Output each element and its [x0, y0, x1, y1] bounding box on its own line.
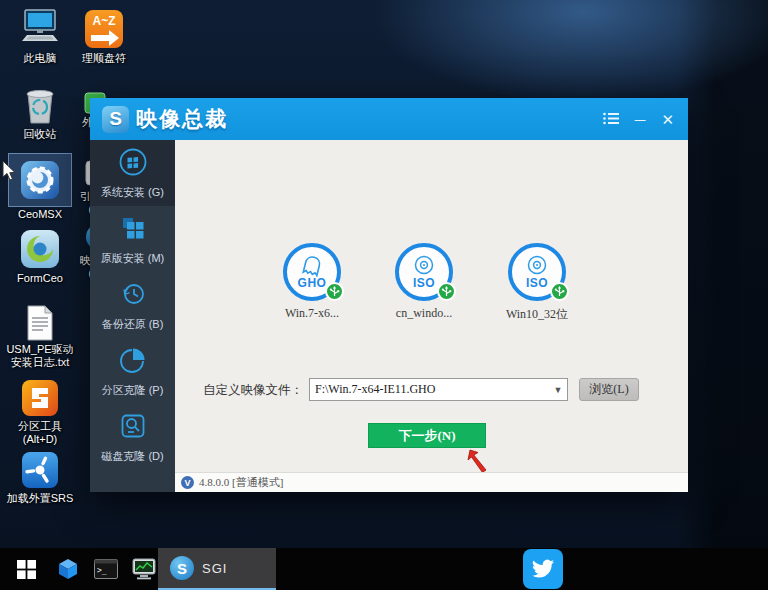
- iso-image-icon: ISO: [508, 243, 566, 301]
- taskbar-twitter[interactable]: [523, 549, 563, 589]
- image-path-value: F:\Win.7-x64-IE11.GHO: [310, 382, 549, 397]
- original-install-icon: [118, 213, 148, 247]
- desktop-icon-partition-tool[interactable]: 分区工具 (Alt+D): [4, 378, 76, 446]
- image-item-iso-1[interactable]: ISO cn_windo...: [378, 243, 470, 321]
- sidebar-item-label: 备份还原 (B): [102, 317, 164, 332]
- usb-badge-icon: [437, 282, 456, 301]
- next-step-button[interactable]: 下一步(N): [368, 423, 486, 448]
- desktop-icon-order-drives[interactable]: A~Z 理顺盘符: [68, 8, 140, 65]
- desktop-icon-load-srs[interactable]: 加载外置SRS: [4, 450, 76, 505]
- partition-clone-icon: [118, 345, 148, 379]
- sidebar-item-system-install[interactable]: 系统安装 (G): [90, 140, 175, 206]
- twitter-bird-icon: [531, 559, 555, 579]
- desktop-icon-label: 此电脑: [4, 52, 76, 65]
- desktop: 此电脑 回收站 CeoMSX: [0, 0, 768, 590]
- svg-text:>_: >_: [97, 566, 107, 575]
- sidebar-item-label: 系统安装 (G): [101, 185, 164, 200]
- desktop-icon-label: 加载外置SRS: [4, 492, 76, 505]
- image-item-label: Win.7-x6...: [266, 306, 358, 321]
- system-install-icon: [118, 147, 148, 181]
- red-arrow-pointer: [466, 448, 490, 474]
- image-item-label: Win10_32位: [491, 306, 583, 323]
- sgi-task-label: SGI: [202, 561, 227, 576]
- image-item-iso-2[interactable]: ISO Win10_32位: [491, 243, 583, 323]
- sidebar-item-label: 原版安装 (M): [101, 251, 165, 266]
- desktop-icon-label-line2: (Alt+D): [4, 433, 76, 446]
- mouse-cursor: [2, 160, 17, 182]
- image-path-combobox[interactable]: F:\Win.7-x64-IE11.GHO ▼: [309, 378, 568, 401]
- version-text: 4.8.0.0 [普通模式]: [199, 475, 283, 490]
- command-prompt-icon: >_: [94, 559, 118, 579]
- usb-badge-icon: [550, 282, 569, 301]
- desktop-icon-label-line1: USM_PE驱动: [4, 343, 76, 356]
- usb-badge-icon: [325, 282, 344, 301]
- disk-clone-icon: [118, 411, 148, 445]
- diskgenius-icon: [4, 378, 76, 418]
- app-logo-icon: S: [102, 106, 129, 133]
- sidebar-item-label: 分区克隆 (P): [102, 383, 164, 398]
- sgi-window: S 映像总裁 ─ ✕: [90, 98, 688, 492]
- window-content: GHO Win.7-x6... ISO: [175, 140, 688, 472]
- monitor-app-icon: [132, 558, 156, 580]
- windows-start-icon: [17, 560, 36, 579]
- desktop-icon-label: 回收站: [4, 128, 76, 141]
- chevron-down-icon[interactable]: ▼: [549, 385, 567, 395]
- taskbar-app-monitor[interactable]: [126, 548, 162, 590]
- computer-icon: [4, 8, 76, 50]
- image-item-label: cn_windo...: [378, 306, 470, 321]
- close-icon[interactable]: ✕: [661, 112, 674, 127]
- window-statusbar: V 4.8.0.0 [普通模式]: [175, 472, 688, 492]
- start-button[interactable]: [8, 548, 44, 590]
- backup-restore-icon: [118, 279, 148, 313]
- image-item-gho[interactable]: GHO Win.7-x6...: [266, 243, 358, 321]
- sidebar-item-disk-clone[interactable]: 磁盘克隆 (D): [90, 404, 175, 470]
- desktop-icon-usm-log[interactable]: USM_PE驱动 安装日志.txt: [4, 305, 76, 369]
- window-titlebar: S 映像总裁 ─ ✕: [90, 98, 688, 140]
- desktop-icon-label: 理顺盘符: [68, 52, 140, 65]
- window-title: 映像总裁: [136, 105, 228, 133]
- taskbar-task-sgi[interactable]: S SGI: [158, 548, 276, 590]
- desktop-icon-this-pc[interactable]: 此电脑: [4, 8, 76, 65]
- srs-icon: [4, 450, 76, 490]
- custom-image-label: 自定义映像文件：: [203, 382, 303, 399]
- menu-icon[interactable]: [603, 112, 619, 127]
- custom-image-row: 自定义映像文件： F:\Win.7-x64-IE11.GHO ▼ 浏览(L): [175, 378, 688, 402]
- az-sort-icon: A~Z: [68, 8, 140, 50]
- taskbar-app-cube[interactable]: [50, 548, 86, 590]
- svg-text:A~Z: A~Z: [92, 14, 115, 28]
- browse-button[interactable]: 浏览(L): [579, 378, 639, 401]
- taskbar-app-cmd[interactable]: >_: [88, 548, 124, 590]
- gho-image-icon: GHO: [283, 243, 341, 301]
- iso-image-icon: ISO: [395, 243, 453, 301]
- sgi-taskbar-icon: S: [170, 556, 194, 580]
- text-file-icon: [4, 305, 76, 341]
- sidebar-item-label: 磁盘克隆 (D): [101, 449, 163, 464]
- desktop-icon-label-line2: 安装日志.txt: [4, 356, 76, 369]
- image-format-label: ISO: [526, 276, 548, 290]
- image-format-label: ISO: [413, 276, 435, 290]
- image-format-label: GHO: [298, 276, 327, 290]
- taskbar: >_ S SGI w: [0, 548, 768, 590]
- sidebar-item-original-install[interactable]: 原版安装 (M): [90, 206, 175, 272]
- sidebar-item-partition-clone[interactable]: 分区克隆 (P): [90, 338, 175, 404]
- version-badge-icon: V: [181, 476, 194, 489]
- desktop-icon-label-line1: 分区工具: [4, 420, 76, 433]
- sidebar-item-backup-restore[interactable]: 备份还原 (B): [90, 272, 175, 338]
- sidebar: 系统安装 (G) 原版安装 (M): [90, 140, 175, 492]
- cube-app-icon: [57, 558, 79, 580]
- minimize-icon[interactable]: ─: [635, 112, 646, 127]
